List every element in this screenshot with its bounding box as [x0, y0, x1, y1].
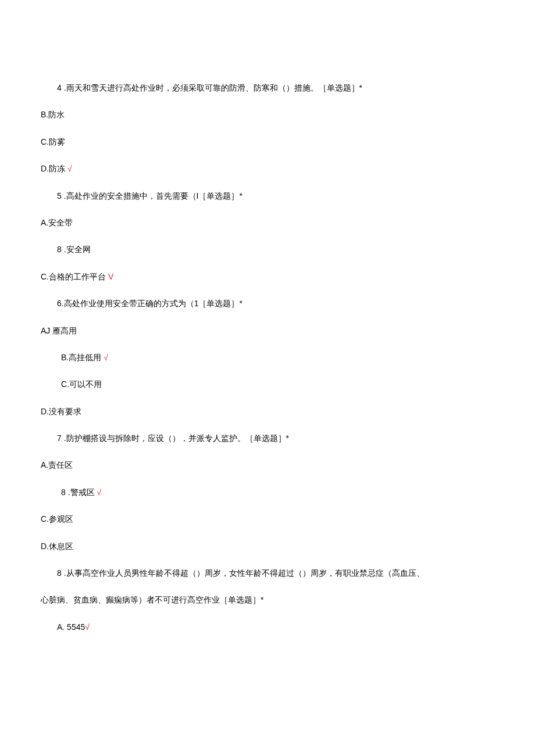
correct-mark-icon: √ — [104, 353, 108, 362]
question-4-option-d: D.防冻 √ — [41, 162, 494, 175]
option-b-label: 8 .警戒区 — [61, 488, 97, 497]
question-6-text: 6.高处作业使用安全带正确的方式为（1［单选题］* — [41, 297, 494, 310]
question-5-option-c: C.合格的工作平台 V — [41, 270, 494, 283]
question-8-text-line1: 8 .从事高空作业人员男性年龄不得超（）周岁，女性年龄不得超过（）周岁，有职业禁… — [41, 567, 494, 579]
question-8-option-a: A. 5545√ — [41, 621, 494, 633]
question-7-option-d: D.休息区 — [41, 540, 494, 553]
question-7-option-a: A.责任区 — [41, 458, 494, 471]
option-d-label: D.防冻 — [41, 164, 67, 173]
question-4-text: 4 .雨天和雪天进行高处作业时，必须采取可靠的防滑、防寒和（）措施。［单选题］* — [41, 81, 494, 94]
correct-mark-icon: √ — [67, 164, 72, 173]
question-4-option-c: C.防雾 — [41, 135, 494, 148]
question-6-option-a: AJ 雁高用 — [41, 324, 494, 337]
question-5-text: 5 .高处作业的安全措施中，首先需要（I［单选题］* — [41, 189, 494, 202]
question-7-option-b: 8 .警戒区 √ — [41, 486, 494, 499]
option-b-label: B.高挂低用 — [61, 353, 104, 362]
question-5-option-b: 8 .安全网 — [41, 243, 494, 256]
question-6-option-b: B.高挂低用 √ — [41, 351, 494, 364]
correct-mark-icon: V — [108, 272, 113, 281]
question-6-option-c: C.可以不用 — [41, 378, 494, 390]
correct-mark-icon: √ — [85, 622, 90, 632]
question-6-option-d: D.没有要求 — [41, 405, 494, 418]
question-4-option-b: B.防水 — [41, 108, 494, 121]
option-c-label: C.合格的工作平台 — [41, 272, 108, 281]
correct-mark-icon: √ — [97, 488, 101, 497]
question-8-text-line2: 心脏病、贫血病、癫痫病等）者不可进行高空作业［单选题］* — [41, 593, 494, 606]
question-5-option-a: A.安全带 — [41, 216, 494, 229]
question-7-text: 7 .防护棚搭设与拆除时，应设（），并派专人监护。［单选题］* — [41, 432, 494, 445]
option-a-label: A. 5545 — [57, 622, 85, 632]
question-7-option-c: C.参观区 — [41, 513, 494, 525]
